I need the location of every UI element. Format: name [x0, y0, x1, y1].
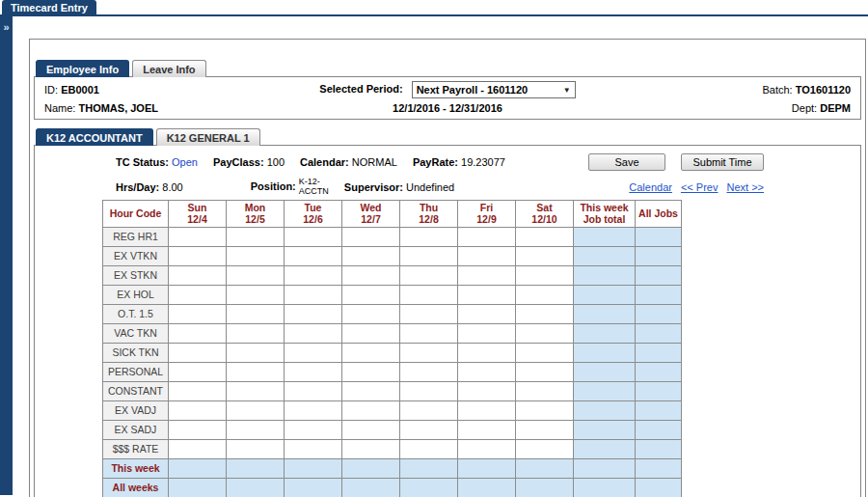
grid-entry-cell[interactable] [342, 420, 400, 439]
grid-entry-cell[interactable] [342, 323, 400, 343]
grid-entry-cell[interactable] [516, 400, 574, 420]
grid-entry-cell[interactable] [400, 285, 458, 304]
grid-entry-cell[interactable] [400, 400, 458, 420]
grid-entry-cell[interactable] [516, 304, 574, 323]
tab-k12-general-1[interactable]: K12 GENERAL 1 [156, 128, 260, 146]
grid-entry-cell[interactable] [342, 400, 400, 420]
grid-entry-cell[interactable] [227, 323, 285, 343]
grid-entry-cell[interactable] [400, 343, 458, 362]
grid-entry-cell[interactable] [169, 362, 227, 381]
grid-entry-cell[interactable] [169, 323, 227, 343]
grid-entry-cell[interactable] [227, 304, 285, 323]
grid-header-day: Wed12/7 [342, 200, 400, 227]
grid-entry-cell[interactable] [400, 362, 458, 381]
grid-entry-cell[interactable] [169, 285, 227, 304]
grid-entry-cell[interactable] [400, 246, 458, 265]
grid-entry-cell[interactable] [227, 227, 285, 246]
grid-entry-cell[interactable] [227, 343, 285, 362]
grid-entry-cell[interactable] [458, 285, 516, 304]
calendar-link[interactable]: Calendar [629, 181, 672, 193]
grid-entry-cell[interactable] [458, 420, 516, 439]
tab-leave-info[interactable]: Leave Info [132, 60, 205, 77]
grid-entry-cell[interactable] [285, 265, 342, 285]
grid-entry-cell[interactable] [400, 265, 458, 285]
grid-entry-cell[interactable] [169, 304, 227, 323]
grid-entry-cell[interactable] [458, 265, 516, 285]
grid-entry-cell[interactable] [169, 420, 227, 439]
grid-entry-cell[interactable] [342, 439, 400, 458]
grid-entry-cell[interactable] [516, 323, 574, 343]
summary-row: This week [103, 458, 682, 478]
grid-entry-cell[interactable] [458, 362, 516, 381]
grid-entry-cell[interactable] [342, 381, 400, 400]
grid-entry-cell[interactable] [458, 400, 516, 420]
grid-entry-cell[interactable] [400, 420, 458, 439]
grid-entry-cell[interactable] [458, 246, 516, 265]
grid-entry-cell[interactable] [516, 439, 574, 458]
grid-entry-cell[interactable] [227, 246, 285, 265]
grid-entry-cell[interactable] [342, 343, 400, 362]
grid-entry-cell[interactable] [285, 420, 342, 439]
grid-entry-cell[interactable] [342, 265, 400, 285]
tab-timecard-entry[interactable]: Timecard Entry [2, 0, 96, 16]
grid-entry-cell[interactable] [516, 343, 574, 362]
sidebar-expand-icon[interactable]: » [0, 16, 13, 33]
grid-entry-cell[interactable] [516, 227, 574, 246]
grid-entry-cell[interactable] [458, 343, 516, 362]
grid-entry-cell[interactable] [285, 439, 342, 458]
grid-entry-cell[interactable] [458, 323, 516, 343]
grid-entry-cell[interactable] [516, 362, 574, 381]
grid-entry-cell[interactable] [285, 246, 342, 265]
save-button[interactable]: Save [588, 153, 665, 171]
grid-entry-cell[interactable] [400, 381, 458, 400]
grid-entry-cell[interactable] [227, 265, 285, 285]
grid-entry-cell[interactable] [342, 227, 400, 246]
grid-entry-cell[interactable] [285, 362, 342, 381]
grid-entry-cell[interactable] [516, 381, 574, 400]
grid-header-day: Sun12/4 [169, 200, 227, 227]
grid-entry-cell[interactable] [458, 227, 516, 246]
prev-link[interactable]: << Prev [681, 181, 719, 193]
grid-entry-cell[interactable] [516, 285, 574, 304]
grid-entry-cell[interactable] [285, 227, 342, 246]
grid-entry-cell[interactable] [169, 439, 227, 458]
grid-entry-cell[interactable] [458, 439, 516, 458]
selected-period-select[interactable]: Next Payroll - 1601120 ▼ [412, 81, 576, 98]
grid-entry-cell[interactable] [227, 362, 285, 381]
grid-entry-cell[interactable] [516, 246, 574, 265]
grid-entry-cell[interactable] [169, 343, 227, 362]
submit-time-button[interactable]: Submit Time [681, 153, 764, 171]
grid-entry-cell[interactable] [285, 381, 342, 400]
summary-cell [516, 458, 574, 478]
grid-entry-cell[interactable] [169, 246, 227, 265]
tab-employee-info[interactable]: Employee Info [36, 60, 129, 77]
grid-entry-cell[interactable] [342, 362, 400, 381]
grid-entry-cell[interactable] [285, 343, 342, 362]
grid-entry-cell[interactable] [227, 381, 285, 400]
grid-entry-cell[interactable] [285, 323, 342, 343]
grid-entry-cell[interactable] [342, 304, 400, 323]
grid-entry-cell[interactable] [169, 265, 227, 285]
grid-entry-cell[interactable] [458, 381, 516, 400]
grid-entry-cell[interactable] [227, 439, 285, 458]
grid-entry-cell[interactable] [169, 227, 227, 246]
grid-entry-cell[interactable] [458, 304, 516, 323]
grid-entry-cell[interactable] [285, 304, 342, 323]
grid-entry-cell[interactable] [285, 285, 342, 304]
grid-entry-cell[interactable] [400, 439, 458, 458]
next-link[interactable]: Next >> [726, 181, 764, 193]
grid-entry-cell[interactable] [169, 400, 227, 420]
grid-entry-cell[interactable] [342, 246, 400, 265]
grid-entry-cell[interactable] [227, 400, 285, 420]
grid-entry-cell[interactable] [400, 304, 458, 323]
grid-entry-cell[interactable] [227, 285, 285, 304]
grid-entry-cell[interactable] [227, 420, 285, 439]
grid-entry-cell[interactable] [169, 381, 227, 400]
grid-entry-cell[interactable] [516, 265, 574, 285]
tab-k12-accountant[interactable]: K12 ACCOUNTANT [36, 128, 153, 146]
grid-entry-cell[interactable] [400, 227, 458, 246]
grid-entry-cell[interactable] [400, 323, 458, 343]
grid-entry-cell[interactable] [516, 420, 574, 439]
grid-entry-cell[interactable] [285, 400, 342, 420]
grid-entry-cell[interactable] [342, 285, 400, 304]
